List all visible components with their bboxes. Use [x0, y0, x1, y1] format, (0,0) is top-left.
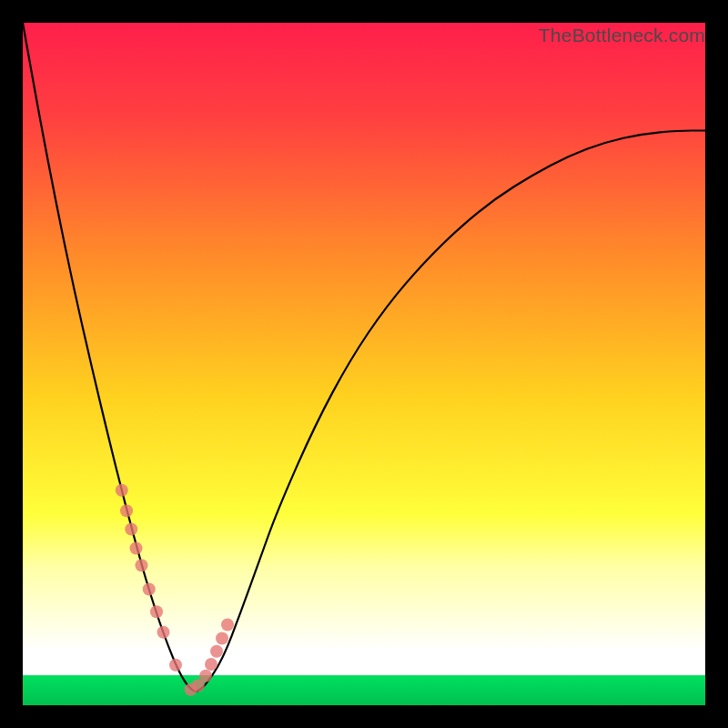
- marker-group: [116, 484, 234, 696]
- curve-marker: [125, 523, 137, 536]
- curve-marker: [199, 670, 212, 682]
- curve-marker: [216, 632, 228, 645]
- curve-marker: [205, 658, 217, 671]
- curve-marker: [120, 504, 133, 517]
- curve-marker: [221, 619, 234, 632]
- plot-area: [23, 23, 705, 705]
- curve-marker: [157, 626, 170, 639]
- curve-marker: [150, 605, 163, 618]
- curve-marker: [116, 484, 128, 497]
- curve-marker: [143, 583, 156, 596]
- curve-marker: [210, 645, 223, 658]
- chart-svg: [23, 23, 705, 705]
- bottleneck-curve: [23, 23, 705, 691]
- curve-marker: [169, 659, 182, 672]
- curve-marker: [136, 559, 148, 571]
- curve-marker: [130, 542, 143, 555]
- watermark-label: TheBottleneck.com: [539, 25, 705, 46]
